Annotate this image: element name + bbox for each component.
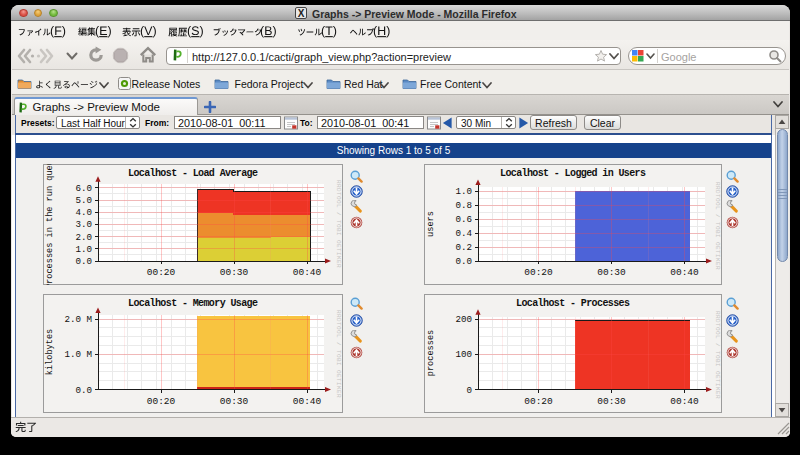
svg-text:6.0: 6.0: [75, 182, 92, 193]
svg-text:2.0: 2.0: [75, 231, 92, 242]
svg-text:RRDTOOL / TOBI OETIKER: RRDTOOL / TOBI OETIKER: [335, 179, 342, 267]
svg-text:00:30: 00:30: [220, 267, 249, 278]
svg-text:00:40: 00:40: [670, 395, 699, 406]
svg-text:00:40: 00:40: [670, 267, 699, 278]
svg-text:2.0 M: 2.0 M: [64, 314, 92, 325]
svg-text:0: 0: [466, 384, 472, 395]
svg-text:0.0: 0.0: [455, 256, 472, 267]
svg-text:users: users: [426, 211, 436, 237]
svg-text:0.4: 0.4: [455, 228, 472, 239]
svg-text:4.0: 4.0: [75, 207, 92, 218]
svg-text:100: 100: [455, 349, 472, 360]
svg-text:3.0: 3.0: [75, 219, 92, 230]
svg-text:0.2: 0.2: [455, 242, 472, 253]
svg-text:Localhost - Memory Usage: Localhost - Memory Usage: [128, 298, 258, 309]
svg-text:200: 200: [455, 314, 472, 325]
svg-text:0.0: 0.0: [75, 384, 92, 395]
svg-text:0.6: 0.6: [455, 214, 472, 225]
svg-text:00:30: 00:30: [597, 395, 626, 406]
svg-text:00:40: 00:40: [293, 267, 322, 278]
svg-text:00:30: 00:30: [597, 267, 626, 278]
svg-text:RRDTOOL / TOBI OETIKER: RRDTOOL / TOBI OETIKER: [335, 309, 342, 397]
svg-text:Processes in the run queue: Processes in the run queue: [45, 164, 55, 285]
svg-text:00:20: 00:20: [524, 267, 553, 278]
svg-text:5.0: 5.0: [75, 195, 92, 206]
svg-text:0.0: 0.0: [75, 256, 92, 267]
svg-text:processes: processes: [426, 329, 436, 375]
svg-text:Localhost - Load Average: Localhost - Load Average: [128, 168, 258, 179]
svg-text:1.0: 1.0: [75, 243, 92, 254]
svg-text:00:20: 00:20: [147, 395, 176, 406]
svg-text:00:30: 00:30: [220, 395, 249, 406]
svg-text:Localhost - Logged in Users: Localhost - Logged in Users: [500, 168, 646, 179]
svg-text:00:40: 00:40: [293, 395, 322, 406]
svg-text:00:20: 00:20: [147, 267, 176, 278]
svg-text:0.8: 0.8: [455, 200, 472, 211]
svg-text:1.0: 1.0: [455, 186, 472, 197]
svg-text:RRDTOOL / TOBI OETIKER: RRDTOOL / TOBI OETIKER: [714, 181, 721, 269]
svg-text:kilobytes: kilobytes: [45, 328, 55, 374]
svg-text:Localhost - Processes: Localhost - Processes: [516, 298, 630, 309]
svg-text:RRDTOOL / TOBI OETIKER: RRDTOOL / TOBI OETIKER: [714, 310, 721, 398]
svg-text:1.0 M: 1.0 M: [64, 349, 92, 360]
svg-text:00:20: 00:20: [524, 395, 553, 406]
